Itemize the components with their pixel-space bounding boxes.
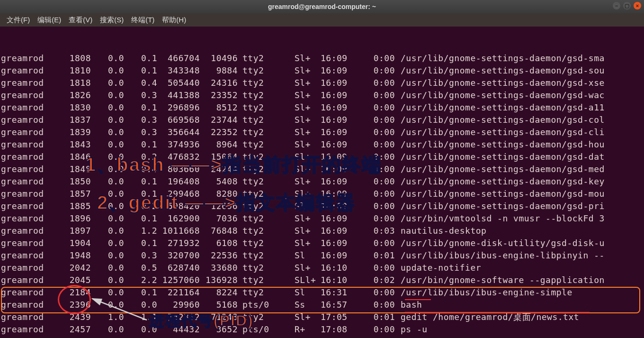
col-pid: 1896 [53,212,91,225]
col-rss: 24244 [200,163,238,175]
col-user: greamrod [1,151,53,163]
col-vsz: 628740 [157,262,200,274]
col-mem: 0.1 [124,212,157,225]
col-time: 0:00 [356,151,399,163]
menu-file[interactable]: 文件(F) [3,16,34,25]
col-rss: 136928 [200,274,238,286]
col-start: 16:10 [313,274,356,286]
col-time: 0:00 [356,64,399,77]
col-time: 0:00 [356,200,399,212]
col-cmd: ps -u [399,323,643,336]
close-button[interactable]: × [634,2,641,9]
menu-help[interactable]: 帮助(H) [158,16,190,25]
col-pid: 1948 [53,249,91,262]
col-start: 16:09 [313,200,356,212]
col-rss: 10496 [200,52,238,64]
col-user: greamrod [1,188,53,200]
col-cpu: 0.0 [91,323,124,336]
col-start: 16:09 [313,225,356,237]
process-row: greamrod18300.00.12968968512tty2Sl+16:09… [1,101,643,114]
col-tty: tty2 [238,188,276,200]
col-pid: 1839 [53,126,91,138]
col-tty: pts/0 [238,323,276,336]
col-cmd: /usr/lib/gnome-settings-daemon/gsd-col [399,114,643,126]
col-pid: 1810 [53,64,91,77]
col-cpu: 0.0 [91,52,124,64]
col-start: 16:09 [313,89,356,101]
col-vsz: 508420 [157,200,200,212]
col-tty: tty2 [238,52,276,64]
col-user: greamrod [1,175,53,188]
col-start: 16:09 [313,175,356,188]
col-stat: Sl+ [276,262,313,274]
col-tty: pts/0 [238,299,276,311]
menu-search[interactable]: 搜索(S) [96,16,127,25]
col-start: 16:31 [313,286,356,299]
col-cpu: 0.0 [91,163,124,175]
col-user: greamrod [1,138,53,151]
col-tty: tty2 [238,175,276,188]
col-tty: tty2 [238,249,276,262]
col-start: 16:09 [313,77,356,89]
col-time: 0:00 [356,286,399,299]
col-pid: 1848 [53,163,91,175]
col-user: greamrod [1,89,53,101]
col-vsz: 196408 [157,175,200,188]
menu-terminal[interactable]: 终端(T) [127,16,158,25]
col-cpu: 0.0 [91,151,124,163]
col-pid: 1897 [53,225,91,237]
col-rss: 6108 [200,237,238,249]
col-cmd: /usr/lib/gnome-settings-daemon/gsd-pri [399,200,643,212]
col-vsz: 505440 [157,77,200,89]
col-tty: tty2 [238,274,276,286]
col-cmd: /usr/lib/gnome-settings-daemon/gsd-a11 [399,101,643,114]
col-pid: 1850 [53,175,91,188]
col-rss: 22352 [200,126,238,138]
process-row: greamrod21840.00.12211648224tty2Sl16:310… [1,286,643,299]
col-tty: tty2 [238,77,276,89]
col-cpu: 0.0 [91,237,124,249]
col-pid: 2042 [53,262,91,274]
col-rss: 5408 [200,175,238,188]
col-user: greamrod [1,262,53,274]
col-cpu: 0.0 [91,299,124,311]
col-start: 16:09 [313,114,356,126]
process-row: greamrod20450.02.21257060136928tty2SLl+1… [1,274,643,286]
col-tty: tty2 [238,114,276,126]
col-start: 16:09 [313,249,356,262]
col-stat: Sl [276,249,313,262]
col-stat: Sl+ [276,311,313,323]
col-cpu: 0.0 [91,77,124,89]
terminal-output[interactable]: greamrod18080.00.146670410496tty2Sl+16:0… [0,27,644,338]
maximize-button[interactable]: ▢ [623,2,631,9]
col-tty: tty2 [238,126,276,138]
col-vsz: 466704 [157,52,200,64]
col-cpu: 0.0 [91,64,124,77]
col-pid: 2396 [53,299,91,311]
col-cmd: update-notifier [399,262,643,274]
col-rss: 23744 [200,114,238,126]
menu-view[interactable]: 查看(V) [65,16,96,25]
col-start: 16:09 [313,212,356,225]
col-stat: Sl+ [276,200,313,212]
col-rss: 5168 [200,299,238,311]
process-row: greamrod18430.00.13749368964tty2Sl+16:09… [1,138,643,151]
col-tty: tty2 [238,262,276,274]
col-cpu: 0.0 [91,200,124,212]
col-cpu: 1.0 [91,311,124,323]
col-start: 16:09 [313,64,356,77]
process-row: greamrod18500.00.11964085408tty2Sl+16:09… [1,175,643,188]
process-row: greamrod18370.00.366956823744tty2Sl+16:0… [1,114,643,126]
col-stat: Sl+ [276,64,313,77]
process-row: greamrod18390.00.335664422352tty2Sl+16:0… [1,126,643,138]
col-cmd: /usr/lib/gnome-settings-daemon/gsd-xse [399,77,643,89]
col-user: greamrod [1,200,53,212]
col-rss: 23352 [200,89,238,101]
col-rss: 8512 [200,101,238,114]
col-cpu: 0.0 [91,262,124,274]
col-vsz: 441388 [157,89,200,101]
col-pid: 1818 [53,77,91,89]
col-vsz: 296896 [157,101,200,114]
menu-edit[interactable]: 编辑(E) [34,16,65,25]
minimize-button[interactable]: – [613,2,620,9]
